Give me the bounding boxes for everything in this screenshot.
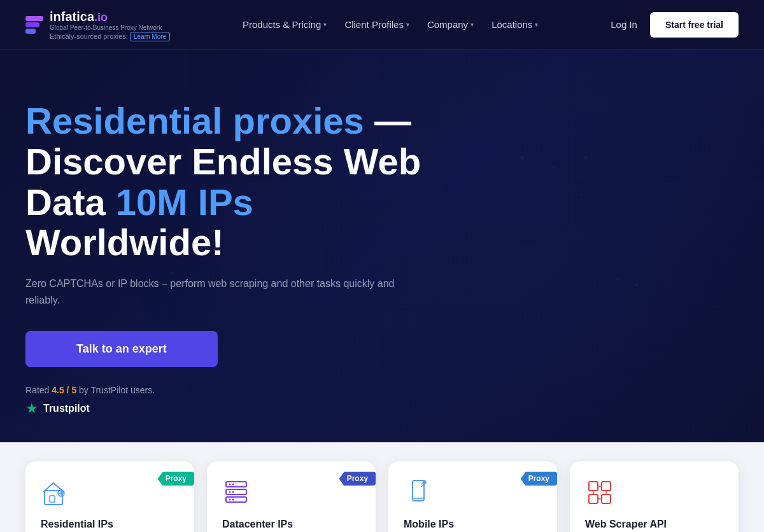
chevron-down-icon: ▾: [535, 21, 538, 28]
rating-text: Rated 4.5 / 5 by TrustPilot users.: [25, 385, 458, 395]
svg-point-41: [418, 500, 420, 502]
card-scraper-api: Web Scraper API Free Trial Period 🌐 150 …: [570, 461, 739, 532]
logo-icon: [25, 16, 43, 34]
nav-locations[interactable]: Locations ▾: [492, 19, 538, 30]
chevron-down-icon: ▾: [323, 21, 327, 28]
svg-point-16: [635, 284, 638, 286]
nav-products-pricing[interactable]: Products & Pricing ▾: [243, 19, 327, 30]
ethically-label: Ethicaly-sourced proxies:: [50, 32, 128, 40]
navbar: infatica .io Global Peer-to-Business Pro…: [0, 0, 764, 50]
talk-to-expert-button[interactable]: Talk to an expert: [25, 331, 218, 367]
proxy-badge-mobile: Proxy: [521, 472, 557, 486]
rated-label: Rated: [25, 385, 49, 395]
svg-point-15: [616, 277, 619, 281]
hero-section: Residential proxies — Discover Endless W…: [0, 50, 764, 442]
svg-point-33: [229, 484, 231, 486]
nav-label: Client Profiles: [344, 19, 404, 30]
svg-rect-42: [589, 482, 598, 491]
card-residential: Proxy Residential IPs From $96/m to $1 p…: [25, 461, 194, 532]
card-header: [585, 477, 723, 507]
hero-title-part4: Worldwide!: [25, 221, 223, 263]
svg-point-14: [584, 156, 588, 160]
card-title-mobile: Mobile IPs: [404, 519, 542, 530]
svg-point-38: [232, 499, 234, 501]
chevron-down-icon: ▾: [470, 21, 474, 28]
house-icon: [41, 477, 71, 507]
svg-point-37: [229, 499, 231, 501]
brand-ethically: Ethicaly-sourced proxies: Learn More: [50, 32, 170, 40]
card-header: Proxy: [41, 477, 179, 507]
nav-label: Company: [427, 19, 468, 30]
cards-grid: Proxy Residential IPs From $96/m to $1 p…: [25, 461, 739, 532]
start-trial-button[interactable]: Start free trial: [650, 12, 739, 38]
nav-client-profiles[interactable]: Client Profiles ▾: [344, 19, 409, 30]
nav-label: Products & Pricing: [243, 19, 321, 30]
brand-name: infatica: [50, 9, 94, 24]
svg-point-35: [229, 491, 231, 493]
rating-value: 4.5 / 5: [52, 385, 76, 395]
nav-label: Locations: [492, 19, 532, 30]
svg-point-36: [232, 491, 234, 493]
hero-subtitle: Zero CAPTCHAs or IP blocks – perform web…: [25, 276, 395, 308]
nav-company[interactable]: Company ▾: [427, 19, 474, 30]
svg-point-2: [439, 107, 643, 234]
nav-actions: Log In Start free trial: [611, 12, 739, 38]
nav-links: Products & Pricing ▾ Client Profiles ▾ C…: [243, 19, 538, 30]
card-header: Proxy: [222, 477, 360, 507]
chevron-down-icon: ▾: [406, 21, 409, 28]
logo-layer-1: [25, 16, 43, 21]
card-title-residential: Residential IPs: [41, 519, 179, 530]
brand-tagline: Global Peer-to-Business Proxy Network: [50, 24, 170, 31]
learn-more-link[interactable]: Learn More: [130, 32, 170, 41]
hero-title-part3: 10M IPs: [116, 181, 253, 223]
logo-layer-3: [25, 29, 36, 34]
brand-tld: .io: [94, 11, 108, 24]
hero-content: Residential proxies — Discover Endless W…: [25, 101, 458, 417]
svg-point-12: [520, 156, 524, 160]
card-title-datacenter: Datacenter IPs: [222, 519, 360, 530]
svg-rect-44: [589, 494, 598, 503]
svg-rect-43: [602, 482, 611, 491]
proxy-badge-residential: Proxy: [158, 472, 194, 486]
svg-point-34: [232, 484, 234, 486]
trustpilot-badge: ★ Trustpilot: [25, 400, 458, 417]
brand-logo: infatica .io Global Peer-to-Business Pro…: [25, 9, 170, 40]
card-mobile: Proxy Mobile IPs From $300/m to $25 per …: [388, 461, 557, 532]
svg-point-13: [553, 166, 555, 169]
rating-suffix: by TrustPilot users.: [79, 385, 155, 395]
card-datacenter: Proxy Datacenter IPs From $15/m 🌐 5K+ IP…: [207, 461, 376, 532]
mobile-icon: [404, 477, 434, 507]
hero-title: Residential proxies — Discover Endless W…: [25, 101, 458, 263]
trustpilot-label: Trustpilot: [43, 403, 90, 414]
svg-rect-45: [602, 494, 611, 503]
brand-text: infatica .io Global Peer-to-Business Pro…: [50, 9, 170, 40]
login-button[interactable]: Log In: [611, 19, 637, 30]
logo-layer-2: [25, 22, 39, 27]
svg-rect-26: [50, 496, 55, 502]
svg-point-5: [583, 256, 665, 314]
hero-title-part1: Residential proxies: [25, 100, 364, 141]
proxy-badge-datacenter: Proxy: [339, 472, 376, 486]
card-title-scraper: Web Scraper API: [585, 519, 723, 530]
datacenter-icon: [222, 477, 253, 507]
trustpilot-star-icon: ★: [25, 400, 38, 417]
card-header: Proxy: [404, 477, 542, 507]
cards-section: Proxy Residential IPs From $96/m to $1 p…: [0, 442, 764, 532]
api-icon: [585, 477, 616, 507]
